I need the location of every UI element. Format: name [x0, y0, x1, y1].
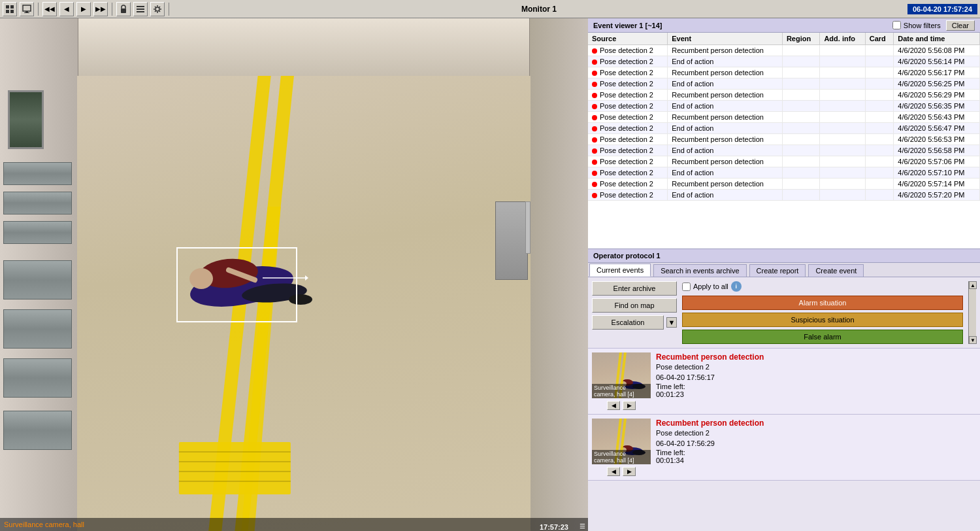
cell-source: Pose detection 2	[588, 156, 668, 167]
kiosk-right	[495, 201, 528, 280]
svg-rect-0	[6, 5, 9, 9]
incident-1-timeleft: Time left: 00:01:23	[656, 383, 976, 398]
table-row[interactable]: Pose detection 2Recumbent person detecti…	[588, 179, 980, 190]
enter-archive-button[interactable]: Enter archive	[592, 281, 677, 296]
table-row[interactable]: Pose detection 2Recumbent person detecti…	[588, 156, 980, 167]
cell-source: Pose detection 2	[588, 67, 668, 78]
table-row[interactable]: Pose detection 2End of action4/6/2020 5:…	[588, 101, 980, 112]
incident-1-timeleft-label: Time left:	[656, 383, 685, 390]
table-row[interactable]: Pose detection 2Recumbent person detecti…	[588, 112, 980, 123]
incident-2-thumb-col: Surveillance camera, hall [4] ◀ ▶	[592, 419, 651, 476]
cell-add-info	[820, 90, 865, 101]
incident-1-prev-btn[interactable]: ◀	[607, 401, 620, 410]
cell-region	[782, 78, 819, 90]
apply-to-all-checkbox[interactable]	[682, 283, 691, 291]
cell-region	[782, 167, 819, 179]
prev-btn[interactable]: ◀◀	[42, 2, 57, 16]
wall-picture	[8, 90, 44, 149]
cell-add-info	[820, 156, 865, 167]
incident-2-prev-btn[interactable]: ◀	[607, 467, 620, 476]
clear-button[interactable]: Clear	[946, 20, 975, 31]
cell-event: End of action	[668, 190, 783, 201]
svg-rect-6	[24, 12, 29, 13]
cell-card	[865, 167, 894, 179]
tab-create-event[interactable]: Create event	[808, 264, 864, 277]
ceiling	[0, 18, 588, 77]
camera-name: Surveillance camera, hall	[4, 521, 84, 528]
sep3	[169, 3, 169, 16]
suspicious-situation-button[interactable]: Suspicious situation	[682, 313, 963, 327]
incident-1-time: 06-04-20 17:56:17	[656, 373, 976, 381]
cell-region	[782, 112, 819, 123]
find-on-map-button[interactable]: Find on map	[592, 298, 677, 313]
table-row[interactable]: Pose detection 2Recumbent person detecti…	[588, 67, 980, 78]
header-controls: Show filters Clear	[892, 20, 975, 31]
false-alarm-button[interactable]: False alarm	[682, 330, 963, 344]
bench-left-6	[3, 358, 72, 398]
lock-btn[interactable]	[116, 2, 131, 16]
incident-2-timeleft-val: 00:01:34	[656, 456, 684, 464]
right-panel: Event viewer 1 [~14] Show filters Clear …	[588, 18, 980, 531]
svg-rect-15	[179, 442, 291, 494]
cell-event: End of action	[668, 56, 783, 67]
table-row[interactable]: Pose detection 2End of action4/6/2020 5:…	[588, 56, 980, 67]
last-btn[interactable]: ▶▶	[93, 2, 108, 16]
scroll-up-btn[interactable]: ▲	[969, 281, 977, 289]
alarm-situation-button[interactable]: Alarm situation	[682, 296, 963, 310]
cell-region	[782, 101, 819, 112]
cell-add-info	[820, 123, 865, 134]
escalation-dropdown[interactable]: ▼	[666, 317, 677, 328]
table-row[interactable]: Pose detection 2Recumbent person detecti…	[588, 90, 980, 101]
list-btn[interactable]	[133, 2, 148, 16]
tab-create-report[interactable]: Create report	[749, 264, 806, 277]
camera-menu-icon[interactable]: ☰	[580, 522, 585, 530]
col-card: Card	[865, 33, 894, 45]
screens-btn[interactable]	[20, 2, 34, 16]
alarm-buttons: Alarm situation Suspicious situation Fal…	[682, 296, 963, 344]
cell-source: Pose detection 2	[588, 179, 668, 190]
datetime-badge: 06-04-20 17:57:24	[907, 4, 977, 14]
back-btn[interactable]: ◀	[59, 2, 74, 16]
table-row[interactable]: Pose detection 2End of action4/6/2020 5:…	[588, 78, 980, 90]
svg-rect-4	[23, 5, 31, 11]
info-icon[interactable]: i	[731, 281, 742, 292]
table-row[interactable]: Pose detection 2End of action4/6/2020 5:…	[588, 123, 980, 134]
col-region: Region	[782, 33, 819, 45]
operator-protocol-title: Operator protocol 1	[593, 252, 661, 260]
show-filters-checkbox[interactable]	[892, 21, 901, 29]
svg-point-25	[289, 294, 312, 305]
cell-region	[782, 190, 819, 201]
cell-date: 4/6/2020 5:57:10 PM	[894, 167, 980, 179]
col-add-info: Add. info	[820, 33, 865, 45]
tab-search-archive[interactable]: Search in events archive	[653, 264, 746, 277]
incident-2-timeleft-label: Time left:	[656, 449, 685, 456]
cell-card	[865, 179, 894, 190]
events-tbody: Pose detection 2Recumbent person detecti…	[588, 45, 980, 201]
incident-2-next-btn[interactable]: ▶	[623, 467, 636, 476]
cell-date: 4/6/2020 5:56:53 PM	[894, 134, 980, 145]
incident-1-next-btn[interactable]: ▶	[623, 401, 636, 410]
svg-rect-2	[6, 10, 9, 13]
incident-2-timeleft: Time left: 00:01:34	[656, 449, 976, 464]
svg-rect-1	[10, 5, 14, 9]
table-row[interactable]: Pose detection 2End of action4/6/2020 5:…	[588, 190, 980, 201]
cell-event: Recumbent person detection	[668, 156, 783, 167]
escalation-button[interactable]: Escalation	[592, 315, 664, 330]
table-row[interactable]: Pose detection 2Recumbent person detecti…	[588, 134, 980, 145]
incident-2-info: Recumbent person detection Pose detectio…	[656, 419, 976, 476]
grid-icon-btn[interactable]	[3, 2, 17, 16]
camera-label: Surveillance camera, hall	[0, 518, 588, 531]
apply-to-all-label: Apply to all	[693, 283, 728, 290]
table-row[interactable]: Pose detection 2End of action4/6/2020 5:…	[588, 145, 980, 156]
tab-current-events[interactable]: Current events	[589, 264, 651, 277]
incident-1-title: Recumbent person detection	[656, 352, 976, 362]
forward-btn[interactable]: ▶	[76, 2, 91, 16]
cell-source: Pose detection 2	[588, 134, 668, 145]
incident-2-cam-label: Surveillance camera, hall [4]	[592, 450, 651, 464]
table-row[interactable]: Pose detection 2Recumbent person detecti…	[588, 45, 980, 56]
show-filters-label[interactable]: Show filters	[892, 21, 941, 29]
scroll-down-btn[interactable]: ▼	[969, 336, 977, 344]
cell-source: Pose detection 2	[588, 190, 668, 201]
settings-btn[interactable]	[150, 2, 165, 16]
table-row[interactable]: Pose detection 2End of action4/6/2020 5:…	[588, 167, 980, 179]
